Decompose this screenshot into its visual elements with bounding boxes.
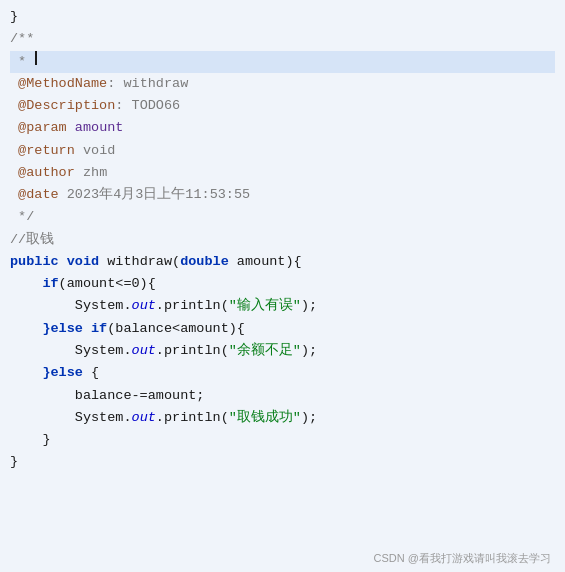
line-balance: balance-=amount; <box>10 385 555 407</box>
line-highlighted: * <box>10 51 555 73</box>
line-println1: System.out.println("输入有误"); <box>10 295 555 317</box>
line-comment-open: /** <box>10 28 555 50</box>
line-elseif: }else if(balance<amount){ <box>10 318 555 340</box>
code-block: } /** * @MethodName: withdraw @Descripti… <box>0 6 565 504</box>
line-description: @Description: TODO66 <box>10 95 555 117</box>
footer-credit: CSDN @看我打游戏请叫我滚去学习 <box>374 551 551 566</box>
line-param: @param amount <box>10 117 555 139</box>
line-println3: System.out.println("取钱成功"); <box>10 407 555 429</box>
line-comment-close: */ <box>10 206 555 228</box>
line-return: @return void <box>10 140 555 162</box>
code-container: } /** * @MethodName: withdraw @Descripti… <box>0 0 565 572</box>
line-outer-close: } <box>10 451 555 473</box>
line-comment-chinese: //取钱 <box>10 229 555 251</box>
line-if1: if(amount<=0){ <box>10 273 555 295</box>
line-author: @author zhm <box>10 162 555 184</box>
line-date: @date 2023年4月3日上午11:53:55 <box>10 184 555 206</box>
line-else: }else { <box>10 362 555 384</box>
cursor <box>35 51 37 65</box>
line-inner-close: } <box>10 429 555 451</box>
line-method-sig: public void withdraw(double amount){ <box>10 251 555 273</box>
line-methodname: @MethodName: withdraw <box>10 73 555 95</box>
line-1: } <box>10 6 555 28</box>
line-println2: System.out.println("余额不足"); <box>10 340 555 362</box>
